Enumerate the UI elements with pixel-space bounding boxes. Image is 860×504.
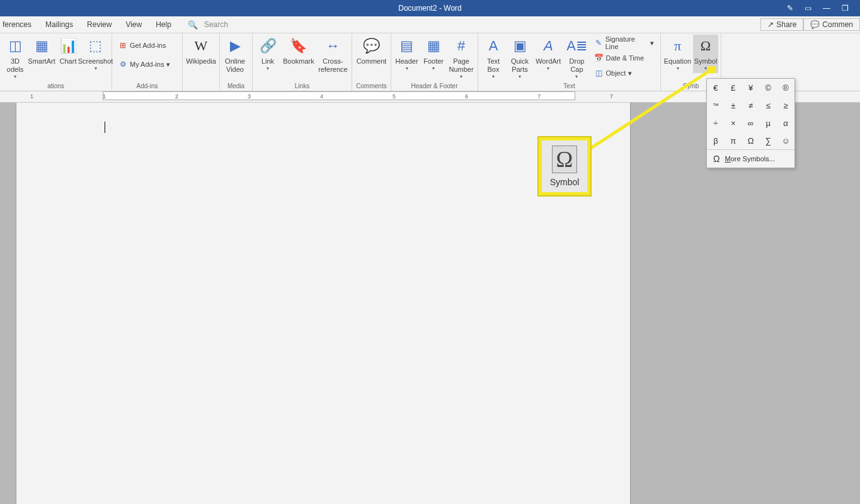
chevron-down-icon: ▾ <box>406 66 408 72</box>
comment-label: Commen <box>822 20 853 29</box>
ribbon-display-icon[interactable]: ▭ <box>805 4 811 13</box>
signature-icon: ✎ <box>594 38 602 47</box>
more-symbols-button[interactable]: Ω More Symbols... <box>707 149 794 168</box>
screenshot-button[interactable]: ⬚ Screenshot ▾ <box>82 35 109 73</box>
symbol-yen[interactable]: ¥ <box>742 79 760 96</box>
footer-icon: ▦ <box>423 36 444 56</box>
header-button[interactable]: ▤ Header ▾ <box>394 35 420 73</box>
bookmark-button[interactable]: 🔖 Bookmark <box>282 35 316 67</box>
symbol-euro[interactable]: € <box>707 79 725 96</box>
symbol-registered[interactable]: ® <box>777 79 794 96</box>
omega-icon: Ω <box>696 36 716 56</box>
symbol-divide[interactable]: ÷ <box>707 114 725 132</box>
video-icon: ▶ <box>225 36 245 56</box>
chart-button[interactable]: 📊 Chart <box>55 35 81 67</box>
chevron-down-icon: ▾ <box>95 66 97 72</box>
window-title: Document2 - Word <box>398 4 461 13</box>
my-addins-button[interactable]: ⚙ My Add-ins ▾ <box>116 57 173 71</box>
comment-icon: 💬 <box>810 20 820 29</box>
tab-help[interactable]: Help <box>154 18 173 32</box>
chevron-down-icon: ▾ <box>166 60 170 69</box>
wordart-icon: A <box>538 36 558 56</box>
wordart-button[interactable]: A WordArt ▾ <box>534 35 563 73</box>
object-button[interactable]: ◫ Object ▾ <box>592 66 656 80</box>
3d-models-button[interactable]: ◫ 3D odels ▾ <box>3 35 28 81</box>
symbol-pound[interactable]: £ <box>725 79 742 96</box>
cube-icon: ◫ <box>5 36 25 56</box>
symbol-alpha[interactable]: α <box>777 114 794 132</box>
symbol-dropdown: € £ ¥ © ® ™ ± ≠ ≤ ≥ ÷ × ∞ µ α β π Ω ∑ ☺ … <box>706 78 795 168</box>
chevron-down-icon: ▾ <box>677 66 679 72</box>
wikipedia-icon: W <box>191 36 211 56</box>
comment-icon: 💬 <box>362 36 382 56</box>
symbol-button[interactable]: Ω Symbol ▾ <box>693 35 718 73</box>
tab-mailings[interactable]: Mailings <box>44 18 74 32</box>
comment-button[interactable]: 💬 Comment <box>355 35 388 67</box>
crossref-icon: ↔ <box>323 36 343 56</box>
dropcap-button[interactable]: A≣ Drop Cap ▾ <box>564 35 589 81</box>
symbol-multiply[interactable]: × <box>725 114 742 132</box>
annotation-callout: Ω Symbol <box>539 137 590 195</box>
title-bar: Document2 - Word ✎ ▭ — ❐ <box>0 0 860 16</box>
share-icon: ↗ <box>767 20 774 29</box>
group-label-comments: Comments <box>352 83 391 91</box>
footer-button[interactable]: ▦ Footer ▾ <box>421 35 446 73</box>
group-label-illustrations: ations <box>0 83 112 91</box>
crossref-button[interactable]: ↔ Cross- reference <box>317 35 349 75</box>
tab-view[interactable]: View <box>124 18 143 32</box>
pi-icon: π <box>668 36 688 56</box>
text-cursor <box>105 122 105 133</box>
share-button[interactable]: ↗ Share <box>760 18 803 31</box>
get-addins-button[interactable]: ⊞ Get Add-ins <box>116 38 173 52</box>
symbol-sigma[interactable]: ∑ <box>759 132 777 149</box>
group-label-addins: Add-ins <box>112 83 182 91</box>
bookmark-icon: 🔖 <box>289 36 309 56</box>
symbol-smiley[interactable]: ☺ <box>777 132 794 149</box>
symbol-copyright[interactable]: © <box>759 79 777 96</box>
symbol-infinity[interactable]: ∞ <box>742 114 760 132</box>
textbox-button[interactable]: A Text Box ▾ <box>481 35 506 81</box>
chevron-down-icon: ▾ <box>519 74 521 80</box>
pagenumber-button[interactable]: # Page Number ▾ <box>447 35 475 81</box>
symbol-lte[interactable]: ≤ <box>759 96 777 114</box>
chevron-down-icon: ▾ <box>704 66 707 72</box>
chevron-down-icon: ▾ <box>547 66 549 72</box>
pagenum-icon: # <box>451 36 471 56</box>
online-video-button[interactable]: ▶ Online Video <box>222 35 248 75</box>
omega-icon: Ω <box>713 154 720 164</box>
wikipedia-button[interactable]: W Wikipedia <box>185 35 217 67</box>
link-icon: 🔗 <box>258 36 278 56</box>
chevron-down-icon: ▾ <box>432 66 435 72</box>
symbol-trademark[interactable]: ™ <box>707 96 725 114</box>
chevron-down-icon: ▾ <box>460 74 462 80</box>
search-area[interactable]: 🔍 Search <box>188 20 228 30</box>
tab-review[interactable]: Review <box>86 18 113 32</box>
ribbon-tabs-row: ferences Mailings Review View Help 🔍 Sea… <box>0 16 860 33</box>
smartart-icon: ▦ <box>32 36 52 56</box>
symbol-notequal[interactable]: ≠ <box>742 96 760 114</box>
minimize-icon[interactable]: — <box>823 4 830 13</box>
quickparts-button[interactable]: ▣ Quick Parts ▾ <box>507 35 532 81</box>
signature-line-button[interactable]: ✎ Signature Line ▾ <box>592 36 656 50</box>
chevron-down-icon: ▾ <box>492 74 495 80</box>
search-icon: 🔍 <box>188 20 198 30</box>
addins-icon: ⚙ <box>118 60 127 69</box>
textbox-icon: A <box>483 36 503 56</box>
date-time-button[interactable]: 📅 Date & Time <box>592 51 656 65</box>
symbol-pi[interactable]: π <box>725 132 742 149</box>
link-button[interactable]: 🔗 Link ▾ <box>255 35 280 73</box>
symbol-mu[interactable]: µ <box>759 114 777 132</box>
symbol-gte[interactable]: ≥ <box>777 96 794 114</box>
symbol-beta[interactable]: β <box>707 132 725 149</box>
store-icon: ⊞ <box>118 41 127 50</box>
symbol-plusminus[interactable]: ± <box>725 96 742 114</box>
tab-references[interactable]: ferences <box>1 18 33 32</box>
object-icon: ◫ <box>594 69 603 77</box>
chevron-down-icon: ▾ <box>628 69 632 77</box>
symbol-omega[interactable]: Ω <box>742 132 760 149</box>
pen-icon[interactable]: ✎ <box>787 4 793 13</box>
restore-icon[interactable]: ❐ <box>842 4 849 13</box>
smartart-button[interactable]: ▦ SmartArt <box>29 35 54 67</box>
comments-button[interactable]: 💬 Commen <box>803 18 860 31</box>
equation-button[interactable]: π Equation ▾ <box>663 35 692 73</box>
